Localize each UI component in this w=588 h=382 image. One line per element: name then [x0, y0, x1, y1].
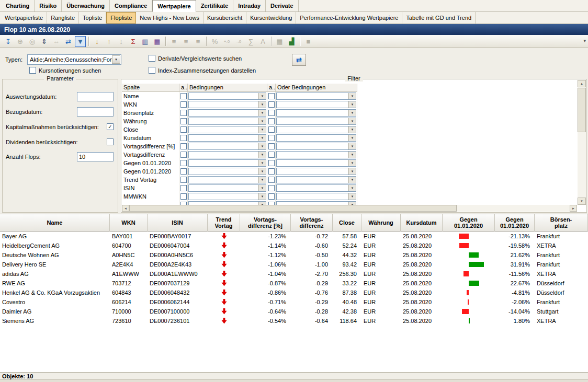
- parameter-input[interactable]: [77, 152, 114, 161]
- filter-checkbox[interactable]: [180, 168, 187, 175]
- filter-checkbox[interactable]: [180, 185, 187, 191]
- filter-checkbox[interactable]: [180, 135, 187, 141]
- or-condition-dropdown[interactable]: ▼: [276, 201, 356, 205]
- dropdown-arrow-icon[interactable]: ▼: [258, 152, 266, 158]
- parameter-checkbox[interactable]: [107, 138, 114, 145]
- condition-dropdown[interactable]: ▼: [188, 151, 266, 158]
- filter-horizontal-scrollbar[interactable]: ◄ ►: [122, 205, 577, 212]
- dropdown-arrow-icon[interactable]: ▼: [258, 185, 266, 191]
- parameter-input[interactable]: [77, 107, 114, 117]
- filter-or-checkbox[interactable]: [268, 185, 275, 191]
- column-header-kursdatum[interactable]: Kursdatum: [401, 214, 443, 231]
- dropdown-arrow-icon[interactable]: ▼: [258, 118, 266, 124]
- or-condition-dropdown[interactable]: ▼: [276, 193, 356, 200]
- column-header-währung[interactable]: Währung: [361, 214, 401, 231]
- filter-checkbox[interactable]: [180, 177, 187, 183]
- refresh-button[interactable]: ⇄: [292, 54, 306, 66]
- columns-icon[interactable]: ▥: [140, 36, 151, 47]
- filter-or-checkbox[interactable]: [268, 143, 275, 149]
- filter-checkbox[interactable]: [180, 93, 187, 99]
- table-row[interactable]: Deutsche Wohnen AGA0HN5CDE000A0HN5C6-1.1…: [0, 250, 588, 260]
- column-header-close[interactable]: Close: [333, 214, 361, 231]
- dropdown-arrow-icon[interactable]: ▼: [348, 168, 356, 175]
- dropdown-arrow-icon[interactable]: ▼: [348, 101, 356, 108]
- or-condition-dropdown[interactable]: ▼: [276, 109, 356, 117]
- menu-tab-compliance[interactable]: Compliance: [110, 0, 152, 11]
- or-condition-dropdown[interactable]: ▼: [276, 126, 356, 133]
- or-condition-dropdown[interactable]: ▼: [276, 134, 356, 142]
- column-header-vortags-differenz[interactable]: Vortags- differenz [%]: [240, 214, 291, 231]
- scroll-left-button[interactable]: ◄: [122, 205, 129, 212]
- dropdown-arrow-icon[interactable]: ▼: [348, 152, 356, 158]
- menu-tab-zertifikate[interactable]: Zertifikate: [196, 0, 234, 11]
- subtab-rangliste[interactable]: Rangliste: [47, 12, 79, 24]
- subtab-tabelle-mit-gd-und-trend[interactable]: Tabelle mit GD und Trend: [402, 12, 476, 24]
- table-row[interactable]: Daimler AG710000DE0007100000-0.64%-0.284…: [0, 307, 588, 316]
- index-checkbox[interactable]: [149, 67, 155, 74]
- condition-dropdown[interactable]: ▼: [188, 134, 266, 142]
- table-row[interactable]: RWE AG703712DE0007037129-0.87%-0.2933.22…: [0, 279, 588, 288]
- subtotal-icon[interactable]: Σ: [128, 36, 139, 47]
- subtab-kursübersicht[interactable]: Kursübersicht: [203, 12, 246, 24]
- derivate-checkbox[interactable]: [149, 55, 155, 62]
- condition-dropdown[interactable]: ▼: [188, 201, 266, 205]
- refresh-data-icon[interactable]: ⇄: [63, 36, 74, 47]
- or-condition-dropdown[interactable]: ▼: [276, 176, 356, 183]
- condition-dropdown[interactable]: ▼: [188, 126, 266, 133]
- column-header-name[interactable]: Name: [0, 214, 110, 231]
- condition-dropdown[interactable]: ▼: [188, 176, 266, 183]
- condition-dropdown[interactable]: ▼: [188, 168, 266, 175]
- menu-tab-wertpapiere[interactable]: Wertpapiere: [152, 0, 196, 12]
- scroll-up-button[interactable]: ▲: [578, 80, 586, 87]
- or-condition-dropdown[interactable]: ▼: [276, 184, 356, 192]
- filter-checkbox[interactable]: [180, 193, 187, 200]
- or-condition-dropdown[interactable]: ▼: [276, 159, 356, 167]
- dropdown-arrow-icon[interactable]: ▼: [258, 135, 266, 141]
- menu-tab-überwachung[interactable]: Überwachung: [62, 0, 110, 11]
- typen-select[interactable]: Aktie;Anleihe;Genussschein;Fonds;K ▼: [27, 54, 121, 65]
- table-row[interactable]: Siemens AG723610DE0007236101-0.54%-0.641…: [0, 316, 588, 326]
- scroll-down-button[interactable]: ▼: [578, 198, 586, 205]
- subtab-performance-entwicklung-wertpapiere[interactable]: Performance-Entwicklung Wertpapiere: [296, 12, 402, 24]
- filter-or-checkbox[interactable]: [268, 135, 275, 141]
- dropdown-arrow-icon[interactable]: ▼: [348, 143, 356, 149]
- table-row[interactable]: Covestro606214DE0006062144-0.71%-0.2940.…: [0, 297, 588, 307]
- dropdown-arrow-icon[interactable]: ▼: [258, 168, 266, 175]
- table-row[interactable]: Bayer AGBAY001DE000BAY0017-1.23%-0.7257.…: [0, 231, 588, 241]
- export-list-icon[interactable]: ↧: [3, 36, 14, 47]
- filter-or-checkbox[interactable]: [268, 177, 275, 183]
- sort-ascending-icon[interactable]: ↑: [104, 36, 115, 47]
- filter-or-checkbox[interactable]: [268, 193, 275, 200]
- column-header-isin[interactable]: ISIN: [148, 214, 208, 231]
- menu-tab-intraday[interactable]: Intraday: [233, 0, 266, 11]
- menu-tab-risiko[interactable]: Risiko: [35, 0, 62, 11]
- filter-vertical-scrollbar[interactable]: ▲ ▼: [578, 80, 586, 205]
- kursnotierungen-checkbox[interactable]: [29, 67, 36, 74]
- dropdown-arrow-icon[interactable]: ▼: [258, 101, 266, 108]
- or-condition-dropdown[interactable]: ▼: [276, 101, 356, 108]
- index-checkbox-row[interactable]: Index-Zusammensetzungen darstellen: [149, 67, 256, 74]
- dropdown-arrow-icon[interactable]: ▼: [348, 185, 356, 191]
- subtab-topliste[interactable]: Topliste: [79, 12, 106, 24]
- filter-icon[interactable]: ▼: [75, 36, 86, 47]
- filter-or-checkbox[interactable]: [268, 118, 275, 124]
- condition-dropdown[interactable]: ▼: [188, 92, 266, 100]
- subtab-wertpapierliste[interactable]: Wertpapierliste: [1, 12, 47, 24]
- fit-rows-icon[interactable]: ⇕: [39, 36, 50, 47]
- condition-dropdown[interactable]: ▼: [188, 159, 266, 167]
- column-header-vortags-differenz[interactable]: Vortags- differenz: [291, 214, 333, 231]
- subtab-new-highs-new-lows[interactable]: New Highs - New Lows: [136, 12, 203, 24]
- horizontal-scrollbar-thumb[interactable]: [129, 205, 457, 212]
- dropdown-arrow-icon[interactable]: ▼: [348, 177, 356, 183]
- filter-checkbox[interactable]: [180, 101, 187, 108]
- filter-checkbox[interactable]: [180, 160, 187, 166]
- or-condition-dropdown[interactable]: ▼: [276, 168, 356, 175]
- bar-chart-icon[interactable]: ▟: [286, 36, 297, 47]
- condition-dropdown[interactable]: ▼: [188, 109, 266, 117]
- filter-or-checkbox[interactable]: [268, 126, 275, 133]
- subtab-kursentwicklung[interactable]: Kursentwicklung: [246, 12, 296, 24]
- column-header-wkn[interactable]: WKN: [110, 214, 148, 231]
- menu-tab-charting[interactable]: Charting: [1, 0, 35, 11]
- toolbar-overflow-icon[interactable]: ▾: [583, 38, 586, 43]
- parameter-checkbox[interactable]: ✓: [107, 123, 114, 130]
